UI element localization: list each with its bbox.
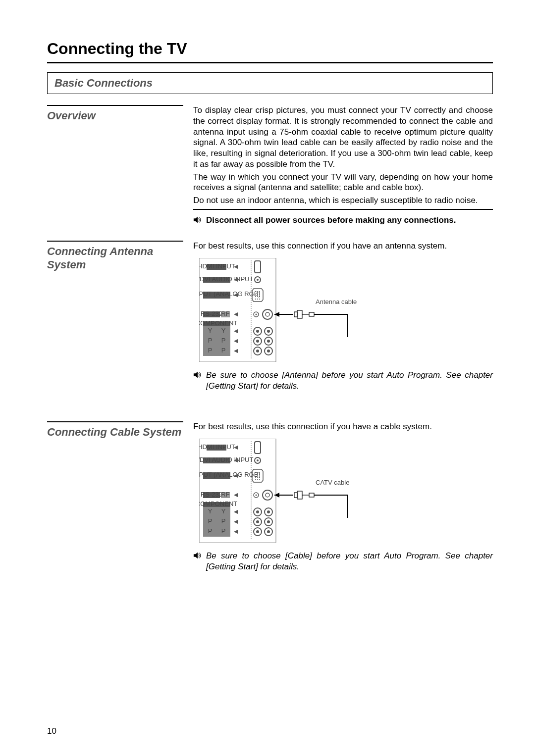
svg-marker-18 [234,329,238,333]
overview-rule [47,105,183,106]
page-title: Connecting the TV [47,40,493,58]
cable-intro: For best results, use this connection if… [193,421,493,432]
svg-point-51 [267,350,270,353]
svg-point-33 [255,299,256,300]
title-underline [47,62,493,63]
svg-point-85 [257,472,258,473]
overview-para-1: To display clear crisp pictures, you mus… [193,105,493,170]
rs232-label: RS-232 [201,310,222,317]
svg-point-30 [255,296,256,297]
svg-rect-81 [255,442,261,454]
overview-divider [193,209,493,210]
svg-point-38 [263,309,272,319]
svg-point-93 [255,479,256,480]
svg-point-39 [266,312,269,316]
svg-point-91 [257,477,258,478]
overview-warning: Disconnect all power sources before maki… [193,215,493,226]
svg-point-99 [266,493,269,497]
svg-point-83 [257,459,259,461]
pb-label-1b: P [208,517,213,525]
cable-rule [47,421,183,422]
svg-marker-80 [234,530,238,534]
cable-diagram: HDMI INPUT D-Sub/DVI AUDIO INPUT D-Sub I… [199,439,493,546]
pr-label-1b: P [208,527,213,535]
svg-rect-112 [294,493,297,498]
page-number: 10 [47,726,56,736]
overview-para-3: Do not use an indoor antenna, which is e… [193,195,493,206]
svg-point-108 [256,520,259,523]
overview-heading: Overview [47,109,183,123]
svg-point-27 [255,294,256,295]
svg-rect-52 [294,312,297,317]
antenna-heading: Connecting Antenna System [47,245,183,272]
svg-point-26 [259,291,260,292]
cable-note-text: Be sure to choose [Cable] before you sta… [206,551,493,572]
y-label-1b: Y [208,507,213,515]
svg-point-110 [256,530,259,533]
svg-point-84 [255,472,256,473]
svg-point-95 [259,479,260,480]
svg-marker-20 [234,349,238,353]
catv-cable-label: CATV cable [316,479,349,486]
svg-point-31 [257,296,258,297]
svg-point-37 [256,314,257,315]
basic-connections-heading: Basic Connections [54,77,485,90]
svg-point-28 [257,294,258,295]
svg-point-48 [256,340,259,343]
antenna-diagram: HDMI INPUT D-Sub/DVI AUDIO INPUT D-Sub I… [199,258,493,365]
svg-point-50 [256,350,259,353]
svg-point-90 [255,477,256,478]
cable-row: Connecting Cable System For best results… [47,421,493,572]
pr-label-1: P [208,347,213,354]
antenna-rule [47,241,183,242]
svg-point-111 [267,530,270,533]
svg-point-88 [257,474,258,475]
overview-warning-text: Disconnect all power sources before maki… [206,215,493,226]
pr-label-2: P [221,347,226,354]
svg-marker-19 [234,339,238,343]
svg-point-107 [267,510,270,513]
svg-point-98 [263,490,272,500]
dsub-input-label: D-Sub INPUT (ANALOG RGB) [199,290,261,298]
speaker-icon [193,216,202,224]
svg-point-49 [267,340,270,343]
svg-marker-57 [274,312,279,317]
svg-point-92 [259,477,260,478]
svg-point-25 [257,291,258,292]
antenna-row: Connecting Antenna System For best resul… [47,241,493,392]
svg-point-29 [259,294,260,295]
svg-point-35 [259,299,260,300]
svg-point-94 [257,479,258,480]
svg-point-32 [259,296,260,297]
svg-rect-53 [297,310,302,318]
svg-rect-21 [255,261,261,273]
svg-point-24 [255,291,256,292]
svg-marker-78 [234,510,238,514]
svg-rect-55 [309,312,314,316]
y-label-1: Y [208,327,213,334]
y-label-2b: Y [221,507,226,515]
svg-point-23 [257,279,259,281]
hdmi-label: HDMI INPUT [199,262,235,270]
component-label: COMPONENT [199,500,237,507]
svg-point-86 [259,472,260,473]
antenna-cable-label: Antenna cable [316,298,357,305]
component-label: COMPONENT [199,319,237,327]
rs232-label: RS-232 [201,491,222,498]
antenna-note-text: Be sure to choose [Antenna] before you s… [206,370,493,392]
svg-rect-115 [309,493,314,497]
pr-label-2b: P [221,527,226,535]
speaker-icon [193,552,202,559]
svg-point-87 [255,474,256,475]
svg-point-109 [267,520,270,523]
pb-label-2: P [221,337,226,344]
svg-rect-113 [297,491,302,499]
svg-point-46 [256,330,259,333]
pb-label-1: P [208,337,213,344]
dsub-audio-label: D-Sub/DVI AUDIO INPUT [199,275,253,283]
basic-connections-box: Basic Connections [47,72,493,94]
svg-point-47 [267,330,270,333]
cable-heading: Connecting Cable System [47,425,183,439]
svg-marker-79 [234,520,238,524]
overview-row: Overview To display clear crisp pictures… [47,105,493,226]
